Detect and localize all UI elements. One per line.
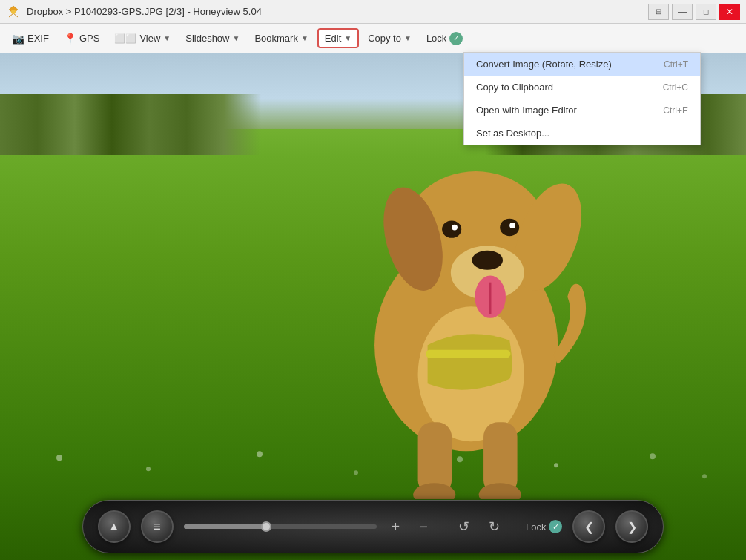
- view-icon: ⬜⬜: [114, 33, 136, 44]
- svg-point-1: [11, 10, 16, 14]
- edit-dropdown-menu: Convert Image (Rotate, Resize) Ctrl+T Co…: [463, 52, 701, 145]
- svg-point-27: [702, 474, 707, 478]
- zoom-in-button[interactable]: +: [387, 515, 405, 538]
- slideshow-dropdown-arrow: ▼: [233, 34, 240, 42]
- bookmark-dropdown-arrow: ▼: [301, 34, 308, 42]
- copyto-dropdown-arrow: ▼: [404, 34, 412, 42]
- app-logo: [6, 4, 21, 19]
- svg-point-20: [56, 455, 62, 461]
- svg-point-23: [354, 470, 358, 475]
- restore-button[interactable]: ⊟: [648, 4, 669, 20]
- camera-icon: 📷: [12, 33, 24, 45]
- lock-check-circle: ✓: [549, 520, 562, 533]
- slider-fill: [184, 524, 271, 529]
- view-dropdown-arrow: ▼: [163, 34, 171, 42]
- prev-button[interactable]: ❮: [572, 510, 605, 543]
- rotate-left-button[interactable]: ↺: [454, 515, 474, 538]
- eject-button[interactable]: ▲: [98, 510, 131, 543]
- gps-icon: 📍: [64, 33, 76, 45]
- view-button[interactable]: ⬜⬜ View ▼: [108, 30, 176, 47]
- next-button[interactable]: ❯: [615, 510, 648, 543]
- window-title: Dropbox > P1040293-GPS.JPG [2/3] - Honey…: [27, 6, 262, 17]
- svg-point-22: [257, 451, 263, 457]
- zoom-slider-track[interactable]: [184, 524, 377, 529]
- svg-point-8: [472, 250, 504, 269]
- minimize-button[interactable]: —: [672, 4, 693, 20]
- edit-dropdown-arrow: ▼: [344, 34, 351, 42]
- slider-thumb[interactable]: [261, 521, 271, 532]
- svg-point-24: [457, 456, 463, 462]
- maximize-button[interactable]: ◻: [696, 4, 716, 20]
- toolbar: 📷 EXIF 📍 GPS ⬜⬜ View ▼ Slideshow ▼ Bookm…: [0, 24, 746, 53]
- lock-check-icon: ✓: [449, 32, 463, 45]
- convert-image-item[interactable]: Convert Image (Rotate, Resize) Ctrl+T: [464, 53, 700, 76]
- separator-1: [443, 518, 443, 536]
- zoom-slider-container: [184, 524, 377, 529]
- svg-point-26: [650, 453, 656, 459]
- bookmark-button[interactable]: Bookmark ▼: [248, 30, 314, 47]
- title-bar: Dropbox > P1040293-GPS.JPG [2/3] - Honey…: [0, 0, 746, 24]
- svg-point-10: [500, 218, 519, 235]
- svg-point-21: [146, 467, 151, 471]
- svg-point-25: [554, 463, 558, 467]
- zoom-out-button[interactable]: −: [415, 515, 432, 538]
- copyto-button[interactable]: Copy to ▼: [362, 30, 417, 47]
- lock-button[interactable]: Lock ✓: [420, 29, 469, 48]
- rotate-right-button[interactable]: ↻: [484, 515, 504, 538]
- menu-button[interactable]: ≡: [141, 510, 174, 543]
- control-bar: ▲ ≡ + − ↺ ↻ Loc: [0, 493, 746, 560]
- open-editor-item[interactable]: Open with Image Editor Ctrl+E: [464, 99, 700, 122]
- exif-button[interactable]: 📷 EXIF: [6, 30, 55, 47]
- menu-icon: ≡: [153, 519, 161, 535]
- svg-point-11: [452, 224, 458, 230]
- svg-rect-19: [426, 349, 510, 357]
- next-icon: ❯: [627, 520, 637, 534]
- set-desktop-item[interactable]: Set as Desktop...: [464, 122, 700, 145]
- slideshow-button[interactable]: Slideshow ▼: [179, 30, 245, 47]
- copy-clipboard-item[interactable]: Copy to Clipboard Ctrl+C: [464, 76, 700, 99]
- separator-2: [515, 518, 515, 536]
- control-pill: ▲ ≡ + − ↺ ↻ Loc: [82, 500, 664, 553]
- eject-icon: ▲: [108, 520, 120, 533]
- lock-label-control: Lock ✓: [526, 520, 562, 533]
- edit-button[interactable]: Edit ▼: [317, 28, 359, 48]
- close-button[interactable]: ✕: [719, 4, 740, 20]
- svg-point-12: [509, 223, 515, 228]
- svg-point-9: [442, 220, 461, 237]
- window-controls: ⊟ — ◻ ✕: [648, 4, 740, 20]
- gps-button[interactable]: 📍 GPS: [58, 30, 105, 47]
- prev-icon: ❮: [584, 520, 594, 534]
- grass-flowers: [0, 424, 746, 499]
